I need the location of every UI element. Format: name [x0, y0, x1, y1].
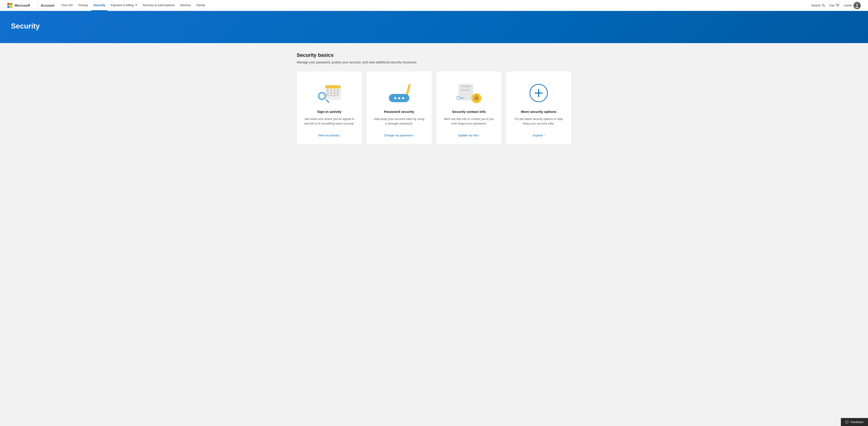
cart-button[interactable]: Cart [829, 4, 840, 7]
brand-name: Microsoft [14, 3, 30, 7]
feedback-label: Feedback [850, 420, 863, 424]
avatar-icon [855, 3, 860, 8]
nav-right: Search Cart Lionel [811, 2, 861, 9]
speech-bubble-icon [845, 421, 848, 424]
security-contact-info-card: Security contact info We'll use this inf… [436, 71, 501, 144]
svg-point-3 [838, 6, 839, 7]
nav-link-devices[interactable]: Devices [178, 0, 193, 11]
microsoft-logo-icon [7, 3, 12, 8]
section-title: Security basics [297, 52, 571, 58]
security-contact-info-icon-area [456, 81, 482, 105]
nav-link-services-subscriptions[interactable]: Services & subscriptions [140, 0, 177, 11]
nav-link-your-info[interactable]: Your info [59, 0, 75, 11]
chevron-right-icon: › [413, 134, 414, 137]
password-security-icon-area [388, 81, 410, 105]
more-security-options-card: More security options Try the latest sec… [506, 71, 571, 144]
security-contact-info-icon [456, 83, 482, 103]
password-security-card: Password security Help keep your account… [367, 71, 432, 144]
security-contact-info-desc: We'll use this info to contact you if yo… [443, 117, 495, 128]
sign-in-activity-icon-area [318, 81, 341, 105]
search-label: Search [811, 4, 821, 7]
sign-in-activity-card: Sign-in activity See when and where you'… [297, 71, 362, 144]
search-icon [822, 4, 825, 7]
nav-link-family[interactable]: Family [194, 0, 207, 11]
change-my-password-link[interactable]: Change my password › [384, 134, 414, 137]
svg-point-7 [457, 96, 460, 99]
lock-icon [471, 93, 482, 103]
nav-links: Your info Privacy Security Payment & bil… [59, 0, 811, 11]
security-contact-info-title: Security contact info [452, 110, 486, 114]
svg-point-5 [856, 4, 858, 6]
key-icon [456, 95, 465, 101]
hero-banner: Security [0, 11, 868, 43]
more-security-icon [530, 84, 548, 102]
more-security-options-desc: Try the latest security options to help … [513, 117, 565, 128]
explore-link[interactable]: Explore › [533, 134, 545, 137]
cart-label: Cart [829, 4, 835, 7]
brand-logo[interactable]: Microsoft [7, 3, 30, 8]
nav-link-privacy[interactable]: Privacy [76, 0, 90, 11]
nav-link-security[interactable]: Security [91, 0, 107, 11]
chevron-right-icon: › [544, 134, 545, 137]
more-security-options-icon-area [530, 81, 548, 105]
chevron-right-icon: › [340, 134, 341, 137]
svg-point-2 [837, 6, 837, 7]
user-menu[interactable]: Lionel [844, 2, 861, 9]
avatar [854, 2, 861, 9]
section-desc: Manage your password, protect your accou… [297, 60, 571, 64]
nav-link-payment-billing[interactable]: Payment & billing [108, 0, 139, 11]
security-cards-grid: Sign-in activity See when and where you'… [297, 71, 571, 144]
password-security-desc: Help keep your account safer by using a … [373, 117, 425, 128]
sign-in-activity-icon [318, 83, 341, 103]
user-name: Lionel [844, 4, 851, 7]
sign-in-activity-desc: See when and where you've signed in and … [303, 117, 355, 128]
main-content: Security basics Manage your password, pr… [286, 43, 582, 162]
feedback-button[interactable]: Feedback [841, 418, 868, 426]
svg-line-1 [824, 6, 825, 7]
update-my-info-link[interactable]: Update my info › [458, 134, 479, 137]
page-title: Security [11, 22, 40, 30]
navigation: Microsoft Account Your info Privacy Secu… [0, 0, 868, 11]
sign-in-activity-title: Sign-in activity [317, 110, 342, 114]
chevron-down-icon [135, 5, 137, 6]
password-security-title: Password security [384, 110, 414, 114]
view-my-activity-link[interactable]: View my activity › [318, 134, 341, 137]
nav-divider [37, 3, 38, 8]
more-security-options-title: More security options [521, 110, 556, 114]
cart-icon [836, 4, 839, 7]
password-security-icon [388, 84, 410, 102]
chevron-right-icon: › [479, 134, 480, 137]
search-button[interactable]: Search [811, 4, 825, 7]
account-label: Account [41, 3, 55, 7]
